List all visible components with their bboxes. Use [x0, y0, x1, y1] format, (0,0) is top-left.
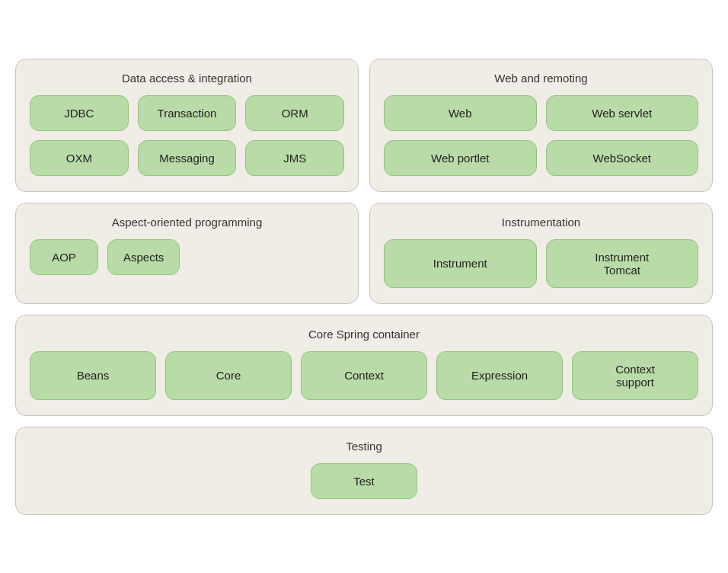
chip-jdbc: JDBC	[30, 95, 129, 131]
chip-web-servlet: Web servlet	[546, 95, 699, 131]
instrumentation-section: Instrumentation Instrument Instrument To…	[369, 203, 713, 304]
chip-websocket: WebSocket	[546, 140, 699, 176]
data-access-section: Data access & integration JDBC Transacti…	[15, 59, 359, 192]
core-spring-chips: Beans Core Context Expression Context su…	[30, 351, 698, 400]
row-3: Core Spring container Beans Core Context…	[15, 315, 713, 416]
chip-aspects: Aspects	[107, 239, 180, 275]
chip-instrument-tomcat: Instrument Tomcat	[546, 239, 699, 288]
chip-jms: JMS	[245, 140, 344, 176]
testing-section: Testing Test	[15, 427, 713, 515]
chip-core: Core	[165, 351, 292, 400]
data-access-title: Data access & integration	[30, 72, 344, 85]
core-spring-title: Core Spring container	[30, 328, 698, 341]
testing-title: Testing	[30, 440, 698, 453]
chip-aop: AOP	[30, 239, 98, 275]
chip-context-support: Context support	[572, 351, 698, 400]
chip-messaging: Messaging	[138, 140, 237, 176]
chip-beans: Beans	[30, 351, 156, 400]
web-remoting-title: Web and remoting	[384, 72, 698, 85]
instrumentation-title: Instrumentation	[384, 216, 698, 229]
web-remoting-section: Web and remoting Web Web servlet Web por…	[369, 59, 713, 192]
instrumentation-chips: Instrument Instrument Tomcat	[384, 239, 698, 288]
aop-title: Aspect-oriented programming	[30, 216, 344, 229]
chip-web-portlet: Web portlet	[384, 140, 537, 176]
diagram: Data access & integration JDBC Transacti…	[15, 59, 713, 515]
chip-test: Test	[311, 463, 417, 499]
chip-expression: Expression	[436, 351, 563, 400]
row-2: Aspect-oriented programming AOP Aspects …	[15, 203, 713, 304]
testing-chips: Test	[30, 463, 698, 499]
data-access-chips: JDBC Transaction ORM OXM Messaging JMS	[30, 95, 344, 176]
chip-oxm: OXM	[30, 140, 129, 176]
chip-web: Web	[384, 95, 537, 131]
aop-chips: AOP Aspects	[30, 239, 344, 275]
core-spring-section: Core Spring container Beans Core Context…	[15, 315, 713, 416]
chip-transaction: Transaction	[138, 95, 237, 131]
web-remoting-chips: Web Web servlet Web portlet WebSocket	[384, 95, 698, 176]
aop-section: Aspect-oriented programming AOP Aspects	[15, 203, 359, 304]
row-1: Data access & integration JDBC Transacti…	[15, 59, 713, 192]
row-4: Testing Test	[15, 427, 713, 515]
chip-instrument: Instrument	[384, 239, 537, 288]
chip-context: Context	[301, 351, 427, 400]
chip-orm: ORM	[245, 95, 344, 131]
